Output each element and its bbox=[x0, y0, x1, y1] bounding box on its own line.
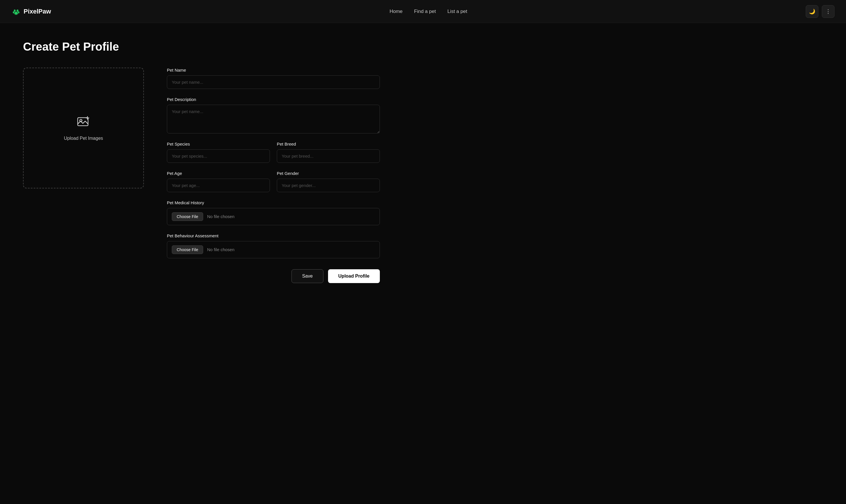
save-button[interactable]: Save bbox=[291, 269, 323, 283]
form-actions: Save Upload Profile bbox=[167, 269, 380, 283]
pet-age-input[interactable] bbox=[167, 179, 270, 192]
pet-age-label: Pet Age bbox=[167, 171, 270, 176]
navbar: PixelPaw Home Find a pet List a pet 🌙 ⋮ bbox=[0, 0, 846, 23]
svg-rect-6 bbox=[78, 118, 88, 126]
svg-point-2 bbox=[17, 10, 18, 12]
upload-image-icon bbox=[76, 115, 90, 132]
logo-icon bbox=[12, 7, 21, 16]
upload-profile-button[interactable]: Upload Profile bbox=[328, 269, 380, 283]
nav-links: Home Find a pet List a pet bbox=[390, 8, 467, 14]
pet-species-label: Pet Species bbox=[167, 142, 270, 146]
nav-list-pet[interactable]: List a pet bbox=[448, 8, 467, 14]
nav-actions: 🌙 ⋮ bbox=[806, 5, 834, 18]
pet-behaviour-input[interactable] bbox=[167, 241, 380, 258]
more-menu-button[interactable]: ⋮ bbox=[822, 5, 834, 18]
pet-description-group: Pet Description bbox=[167, 97, 380, 133]
pet-breed-group: Pet Breed bbox=[277, 142, 380, 163]
more-icon: ⋮ bbox=[826, 8, 831, 15]
pet-species-input[interactable] bbox=[167, 149, 270, 163]
pet-description-textarea[interactable] bbox=[167, 105, 380, 133]
upload-zone[interactable]: Upload Pet Images bbox=[23, 68, 144, 188]
pet-gender-group: Pet Gender bbox=[277, 171, 380, 192]
pet-name-label: Pet Name bbox=[167, 68, 380, 72]
pet-description-label: Pet Description bbox=[167, 97, 380, 102]
pet-medical-history-group: Pet Medical History bbox=[167, 200, 380, 225]
svg-point-1 bbox=[14, 10, 16, 12]
pet-age-group: Pet Age bbox=[167, 171, 270, 192]
pet-medical-history-label: Pet Medical History bbox=[167, 200, 380, 205]
pet-gender-label: Pet Gender bbox=[277, 171, 380, 176]
pet-behaviour-group: Pet Behaviour Assessment bbox=[167, 233, 380, 258]
pet-breed-input[interactable] bbox=[277, 149, 380, 163]
logo-text: PixelPaw bbox=[23, 8, 51, 15]
svg-point-4 bbox=[18, 11, 20, 13]
pet-breed-label: Pet Breed bbox=[277, 142, 380, 146]
pet-medical-history-input[interactable] bbox=[167, 208, 380, 225]
main-content: Create Pet Profile Upload Pet Images Pet… bbox=[0, 23, 403, 300]
dark-mode-toggle[interactable]: 🌙 bbox=[806, 5, 818, 18]
species-breed-row: Pet Species Pet Breed bbox=[167, 142, 380, 163]
nav-find-pet[interactable]: Find a pet bbox=[414, 8, 436, 14]
logo[interactable]: PixelPaw bbox=[12, 7, 51, 16]
content-grid: Upload Pet Images Pet Name Pet Descripti… bbox=[23, 68, 380, 283]
page-title: Create Pet Profile bbox=[23, 40, 380, 53]
age-gender-row: Pet Age Pet Gender bbox=[167, 171, 380, 192]
pet-gender-input[interactable] bbox=[277, 179, 380, 192]
svg-point-5 bbox=[14, 12, 18, 15]
form-section: Pet Name Pet Description Pet Species Pet… bbox=[167, 68, 380, 283]
pet-name-input[interactable] bbox=[167, 75, 380, 89]
upload-label: Upload Pet Images bbox=[64, 136, 103, 141]
nav-home[interactable]: Home bbox=[390, 8, 402, 14]
svg-point-3 bbox=[13, 11, 14, 13]
pet-species-group: Pet Species bbox=[167, 142, 270, 163]
pet-behaviour-label: Pet Behaviour Assessment bbox=[167, 233, 380, 238]
pet-name-group: Pet Name bbox=[167, 68, 380, 89]
dark-mode-icon: 🌙 bbox=[809, 8, 815, 15]
